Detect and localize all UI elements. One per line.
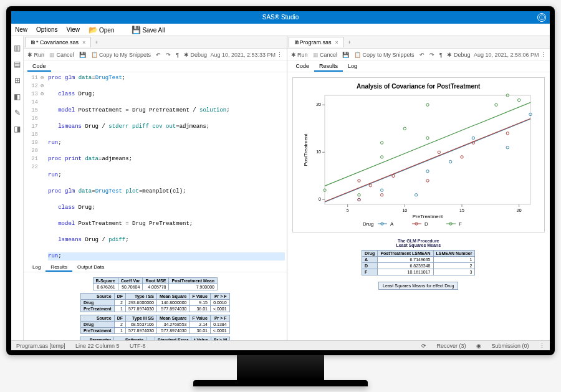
- left-pane: 🗎 * Covariance.sas × + ✱ Run ▦ Cancel 💾 …: [24, 36, 287, 340]
- code-editor[interactable]: 11 12 13 14 15 16 17 18 19 20 21 22: [24, 72, 287, 262]
- right-pane: 🗎 Program.sas × + ✱ Run ▦ Cancel 💾 📋 Cop…: [287, 36, 550, 340]
- sidebar-server-icon[interactable]: ⊞: [14, 76, 21, 85]
- svg-point-42: [403, 127, 406, 130]
- code-lines[interactable]: proc glm data=DrugTest; class Drug; mode…: [48, 74, 285, 261]
- svg-point-28: [358, 198, 360, 201]
- left-results-area[interactable]: R-SquareCoeff VarRoot MSEPostTreatment M…: [24, 272, 287, 340]
- sidebar-libs-icon[interactable]: ◨: [14, 125, 21, 133]
- chart-area[interactable]: Analysis of Covariance for PostTreatment…: [287, 72, 550, 340]
- run-button[interactable]: ✱ Run: [291, 52, 308, 58]
- status-more-icon[interactable]: ⋮: [539, 343, 545, 349]
- svg-point-29: [369, 184, 372, 186]
- status-recover[interactable]: ⟳ Recover (3): [421, 343, 466, 349]
- close-icon[interactable]: ×: [82, 39, 85, 45]
- svg-point-41: [381, 141, 383, 144]
- subtab-code[interactable]: Code: [27, 61, 51, 72]
- tab-label: * Covariance.sas: [36, 39, 79, 45]
- titlebar: SAS® Studio ⓘ: [11, 11, 550, 24]
- svg-text:10: 10: [316, 150, 321, 154]
- debug-button[interactable]: ✱ Debug: [184, 52, 207, 58]
- tab-label: Program.sas: [300, 39, 332, 45]
- svg-line-37: [325, 102, 530, 186]
- svg-text:20: 20: [316, 102, 321, 107]
- svg-point-40: [381, 156, 383, 158]
- anova1-table: SourceDFType I SSMean SquareF ValuePr > …: [80, 293, 230, 312]
- undo-icon[interactable]: ↶: [156, 52, 161, 58]
- format-icon[interactable]: ¶: [176, 52, 179, 58]
- save-icon[interactable]: 💾: [79, 52, 86, 58]
- menu-saveall[interactable]: 💾Save All: [132, 26, 173, 34]
- svg-text:Drug: Drug: [363, 221, 373, 227]
- menubar: New Options View 📂Open 💾Save All: [11, 24, 550, 36]
- sidebar-panel-icon[interactable]: ▥: [14, 44, 21, 52]
- left-subtabs: Code: [24, 61, 287, 72]
- subtab-code[interactable]: Code: [291, 61, 315, 72]
- svg-point-47: [518, 98, 520, 101]
- sidebar-tasks-icon[interactable]: ◧: [14, 92, 21, 101]
- tab-add[interactable]: +: [344, 39, 355, 45]
- svg-point-30: [381, 194, 383, 196]
- svg-point-36: [506, 132, 509, 135]
- status-encoding: UTF-8: [130, 343, 146, 349]
- svg-point-21: [426, 170, 429, 173]
- save-icon[interactable]: 💾: [342, 52, 349, 58]
- svg-text:10: 10: [403, 208, 408, 213]
- subtab-outputdata[interactable]: Output Data: [72, 264, 109, 272]
- monitor-stand: [237, 355, 324, 380]
- fold-gutter: ⊖ ⊖ ⊖: [41, 74, 48, 261]
- fit-stats-table: R-SquareCoeff VarRoot MSEPostTreatment M…: [93, 277, 218, 290]
- anova3-table: SourceDFType III SSMean SquareF ValuePr …: [80, 315, 230, 334]
- subtab-results[interactable]: Results: [46, 264, 72, 272]
- menu-view[interactable]: View: [66, 26, 80, 33]
- svg-point-19: [381, 189, 383, 191]
- svg-text:15: 15: [459, 208, 464, 213]
- lsmeans-table: DrugPostTreatment LSMEANLSMEAN Number A6…: [362, 250, 475, 275]
- left-tabstrip: 🗎 * Covariance.sas × +: [24, 36, 287, 49]
- cancel-button: ▦ Cancel: [313, 52, 338, 58]
- svg-rect-0: [325, 95, 530, 204]
- subtab-log[interactable]: Log: [27, 264, 46, 272]
- ancova-chart: 510152001020PreTreatmentPostTreatmentDru…: [300, 92, 537, 229]
- format-icon[interactable]: ¶: [439, 52, 443, 58]
- chart-title: Analysis of Covariance for PostTreatment: [295, 83, 542, 90]
- monitor-base: [193, 380, 368, 386]
- svg-point-20: [415, 194, 418, 196]
- right-tabstrip: 🗎 Program.sas × +: [287, 36, 550, 49]
- svg-text:PostTreatment: PostTreatment: [303, 133, 309, 166]
- lsmeans-effect-button[interactable]: Least Squares Means for effect Drug: [378, 282, 458, 290]
- menu-options[interactable]: Options: [36, 26, 57, 33]
- tab-covariance[interactable]: 🗎 * Covariance.sas ×: [25, 37, 91, 47]
- svg-point-33: [438, 151, 440, 153]
- tab-add[interactable]: +: [91, 39, 102, 45]
- undo-icon[interactable]: ↶: [420, 52, 424, 58]
- debug-button[interactable]: ✱ Debug: [447, 52, 470, 58]
- right-toolbar: ✱ Run ▦ Cancel 💾 📋 Copy to My Snippets ↶…: [287, 49, 550, 61]
- menu-open[interactable]: 📂Open: [89, 26, 123, 34]
- svg-text:5: 5: [347, 208, 349, 213]
- tab-program[interactable]: 🗎 Program.sas ×: [289, 37, 344, 47]
- subtab-log[interactable]: Log: [343, 61, 362, 72]
- proc-caption: The GLM Procedure Least Squares Means: [290, 239, 548, 247]
- left-results-tabs: Log Results Output Data: [24, 262, 287, 272]
- user-icon[interactable]: ⓘ: [537, 13, 546, 22]
- menu-new[interactable]: New: [15, 26, 27, 33]
- subtab-results[interactable]: Results: [314, 61, 343, 72]
- svg-point-32: [426, 179, 429, 182]
- run-button[interactable]: ✱ Run: [27, 52, 44, 58]
- copy-snippets-button[interactable]: 📋 Copy to My Snippets: [91, 52, 151, 58]
- line-gutter: 11 12 13 14 15 16 17 18 19 20 21 22: [26, 74, 41, 261]
- sidebar-snippets-icon[interactable]: ✎: [14, 108, 21, 117]
- svg-text:PreTreatment: PreTreatment: [413, 214, 443, 219]
- redo-icon[interactable]: ↷: [166, 52, 171, 58]
- svg-point-45: [495, 103, 497, 106]
- redo-icon[interactable]: ↷: [429, 52, 434, 58]
- close-icon[interactable]: ×: [335, 39, 338, 45]
- status-submission[interactable]: ◉ Submission (0): [476, 343, 529, 349]
- sidebar-files-icon[interactable]: ▤: [14, 60, 21, 69]
- screen: SAS® Studio ⓘ New Options View 📂Open 💾Sa…: [11, 11, 550, 350]
- svg-point-23: [472, 136, 474, 139]
- file-icon: 🗎: [31, 39, 36, 45]
- copy-snippets-button[interactable]: 📋 Copy to My Snippets: [354, 52, 415, 58]
- file-icon: 🗎: [294, 39, 300, 45]
- svg-text:A: A: [390, 221, 394, 227]
